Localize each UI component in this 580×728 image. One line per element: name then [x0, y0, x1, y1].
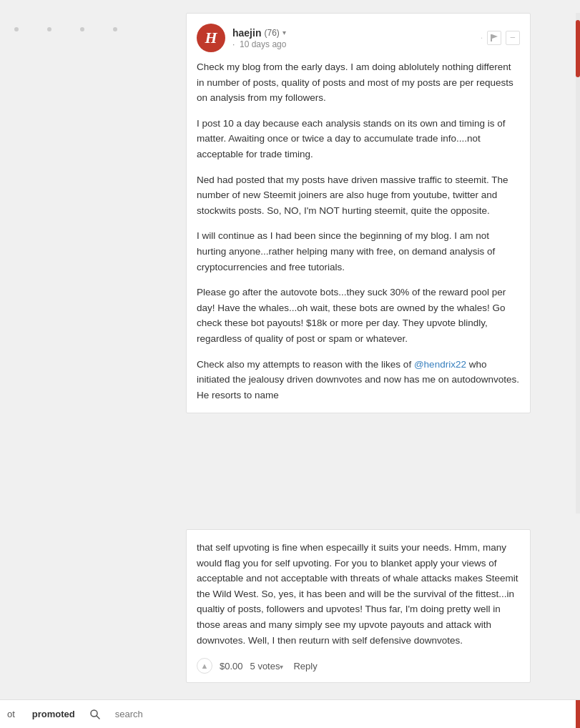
timestamp-value: 10 days ago: [240, 39, 286, 49]
comment-meta: haejin (76) ▾ · 10 days ago: [232, 27, 481, 49]
avatar: H: [197, 24, 225, 52]
comment-body: Check my blog from the early days. I am …: [187, 59, 530, 413]
page-wrapper: H haejin (76) ▾ · 10 days ago ·: [0, 0, 580, 728]
nav-dot-1: [14, 27, 19, 31]
reply-button[interactable]: Reply: [293, 661, 317, 672]
nav-dot-2: [47, 27, 51, 31]
comment-card: H haejin (76) ▾ · 10 days ago ·: [186, 13, 531, 413]
paragraph-6: Check also my attempts to reason with th…: [197, 357, 520, 403]
votes-count[interactable]: 5 votes▾: [250, 661, 284, 672]
avatar-wrapper: H: [197, 24, 225, 52]
paragraph-1: Check my blog from the early days. I am …: [197, 59, 520, 106]
paragraph-2: I post 10 a day because each analysis st…: [197, 116, 520, 162]
author-dropdown-arrow[interactable]: ▾: [282, 29, 286, 36]
bottom-paragraph: that self upvoting is fine when especail…: [197, 540, 520, 648]
comment-body-bottom: that self upvoting is fine when especail…: [187, 530, 530, 652]
comment-card-bottom: that self upvoting is fine when especail…: [186, 529, 531, 683]
minus-symbol: −: [510, 32, 516, 44]
nav-right-bar: [576, 700, 580, 728]
votes-dropdown-arrow: ▾: [280, 663, 283, 671]
timestamp-separator: ·: [232, 39, 235, 49]
scroll-thumb[interactable]: [576, 20, 580, 77]
scroll-track: [576, 13, 580, 513]
svg-line-2: [97, 716, 99, 719]
paragraph-4: I will continue as I had been since the …: [197, 228, 520, 275]
timestamp: · 10 days ago: [232, 39, 481, 49]
svg-rect-0: [491, 34, 492, 41]
paragraph-3: Ned had posted that my posts have driven…: [197, 172, 520, 219]
comment-author-row: haejin (76) ▾: [232, 27, 481, 39]
nav-dots: [14, 27, 117, 31]
search-icon[interactable]: [89, 709, 101, 720]
comment-actions-top: · −: [481, 31, 520, 45]
avatar-letter: H: [205, 29, 217, 47]
nav-dot-4: [113, 27, 117, 31]
action-dot: ·: [481, 33, 483, 44]
flag-icon[interactable]: [487, 31, 501, 45]
bottom-nav: ot promoted: [0, 699, 580, 728]
minus-icon[interactable]: −: [506, 31, 520, 45]
paragraph-5: Please go after the autovote bots...they…: [197, 285, 520, 346]
mention-link[interactable]: @hendrix22: [414, 359, 466, 370]
author-rep: (76): [264, 28, 279, 38]
upvote-button[interactable]: ▲: [197, 658, 212, 674]
search-input[interactable]: [115, 709, 215, 719]
nav-dot-3: [80, 27, 84, 31]
upvote-icon: ▲: [201, 661, 209, 670]
nav-item-ot[interactable]: ot: [4, 709, 18, 719]
comment-footer: ▲ $0.00 5 votes▾ Reply: [187, 652, 530, 682]
author-name[interactable]: haejin: [232, 27, 261, 39]
vote-amount: $0.00: [220, 661, 243, 672]
comment-header: H haejin (76) ▾ · 10 days ago ·: [187, 14, 530, 59]
nav-item-promoted[interactable]: promoted: [32, 709, 75, 719]
